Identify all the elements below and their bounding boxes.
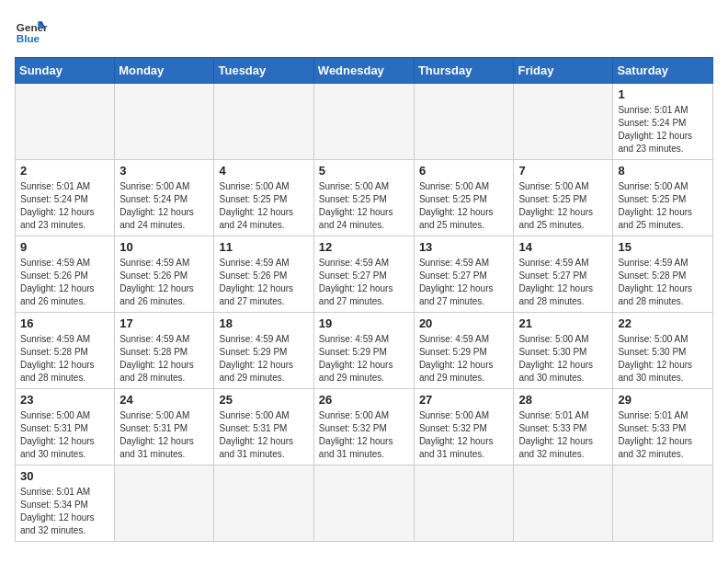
day-info: Sunrise: 4:59 AM Sunset: 5:27 PM Dayligh… <box>518 257 608 308</box>
day-info: Sunrise: 5:00 AM Sunset: 5:24 PM Dayligh… <box>119 180 209 232</box>
calendar-cell: 29Sunrise: 5:01 AM Sunset: 5:33 PM Dayli… <box>613 389 713 465</box>
day-number: 9 <box>20 240 109 254</box>
calendar-weekday-sunday: Sunday <box>16 58 115 84</box>
day-number: 4 <box>219 164 308 178</box>
day-info: Sunrise: 5:01 AM Sunset: 5:24 PM Dayligh… <box>618 104 708 155</box>
day-info: Sunrise: 4:59 AM Sunset: 5:27 PM Dayligh… <box>419 257 509 308</box>
day-number: 21 <box>518 316 608 330</box>
day-info: Sunrise: 5:00 AM Sunset: 5:30 PM Dayligh… <box>518 333 608 385</box>
day-number: 2 <box>20 164 109 178</box>
calendar-cell: 8Sunrise: 5:00 AM Sunset: 5:25 PM Daylig… <box>613 160 713 236</box>
day-info: Sunrise: 5:00 AM Sunset: 5:31 PM Dayligh… <box>219 409 308 461</box>
day-info: Sunrise: 5:00 AM Sunset: 5:31 PM Dayligh… <box>119 409 209 461</box>
calendar-cell: 19Sunrise: 4:59 AM Sunset: 5:29 PM Dayli… <box>313 313 414 389</box>
page-header: General Blue <box>15 15 713 48</box>
day-info: Sunrise: 4:59 AM Sunset: 5:29 PM Dayligh… <box>219 333 308 385</box>
day-info: Sunrise: 5:00 AM Sunset: 5:25 PM Dayligh… <box>319 180 409 232</box>
day-info: Sunrise: 5:00 AM Sunset: 5:30 PM Dayligh… <box>618 333 708 385</box>
day-number: 7 <box>518 164 608 178</box>
day-number: 15 <box>618 240 708 254</box>
calendar-weekday-monday: Monday <box>115 58 214 84</box>
calendar-cell: 1Sunrise: 5:01 AM Sunset: 5:24 PM Daylig… <box>613 84 713 160</box>
day-info: Sunrise: 5:00 AM Sunset: 5:25 PM Dayligh… <box>518 180 608 232</box>
calendar-cell: 23Sunrise: 5:00 AM Sunset: 5:31 PM Dayli… <box>16 389 115 465</box>
day-number: 13 <box>419 240 509 254</box>
calendar-table: SundayMondayTuesdayWednesdayThursdayFrid… <box>15 57 713 542</box>
calendar-weekday-friday: Friday <box>514 58 613 84</box>
calendar-week-row: 2Sunrise: 5:01 AM Sunset: 5:24 PM Daylig… <box>16 160 713 236</box>
day-number: 19 <box>319 316 409 330</box>
calendar-cell: 7Sunrise: 5:00 AM Sunset: 5:25 PM Daylig… <box>514 160 613 236</box>
day-info: Sunrise: 5:00 AM Sunset: 5:32 PM Dayligh… <box>319 409 409 461</box>
day-info: Sunrise: 4:59 AM Sunset: 5:26 PM Dayligh… <box>20 257 109 308</box>
calendar-week-row: 1Sunrise: 5:01 AM Sunset: 5:24 PM Daylig… <box>16 84 713 160</box>
day-info: Sunrise: 5:00 AM Sunset: 5:25 PM Dayligh… <box>219 180 308 232</box>
calendar-week-row: 9Sunrise: 4:59 AM Sunset: 5:26 PM Daylig… <box>16 236 713 313</box>
calendar-cell <box>115 84 214 160</box>
day-number: 28 <box>518 393 608 407</box>
calendar-cell <box>16 84 115 160</box>
day-number: 16 <box>20 316 109 330</box>
day-info: Sunrise: 4:59 AM Sunset: 5:27 PM Dayligh… <box>319 257 409 308</box>
calendar-cell: 2Sunrise: 5:01 AM Sunset: 5:24 PM Daylig… <box>16 160 115 236</box>
day-number: 27 <box>419 393 509 407</box>
day-info: Sunrise: 4:59 AM Sunset: 5:29 PM Dayligh… <box>419 333 509 385</box>
calendar-cell: 20Sunrise: 4:59 AM Sunset: 5:29 PM Dayli… <box>414 313 514 389</box>
day-number: 5 <box>319 164 409 178</box>
day-info: Sunrise: 5:01 AM Sunset: 5:33 PM Dayligh… <box>618 409 708 461</box>
day-number: 17 <box>119 316 209 330</box>
calendar-cell: 27Sunrise: 5:00 AM Sunset: 5:32 PM Dayli… <box>414 389 514 465</box>
calendar-cell: 26Sunrise: 5:00 AM Sunset: 5:32 PM Dayli… <box>313 389 414 465</box>
calendar-header-row: SundayMondayTuesdayWednesdayThursdayFrid… <box>16 58 713 84</box>
calendar-weekday-thursday: Thursday <box>414 58 514 84</box>
day-number: 25 <box>219 393 308 407</box>
day-number: 14 <box>518 240 608 254</box>
day-info: Sunrise: 5:00 AM Sunset: 5:25 PM Dayligh… <box>618 180 708 232</box>
day-number: 6 <box>419 164 509 178</box>
svg-text:Blue: Blue <box>17 32 40 44</box>
day-number: 26 <box>319 393 409 407</box>
day-number: 22 <box>618 316 708 330</box>
calendar-cell: 25Sunrise: 5:00 AM Sunset: 5:31 PM Dayli… <box>214 389 313 465</box>
calendar-cell: 21Sunrise: 5:00 AM Sunset: 5:30 PM Dayli… <box>514 313 613 389</box>
day-info: Sunrise: 5:00 AM Sunset: 5:31 PM Dayligh… <box>20 409 109 461</box>
calendar-cell: 17Sunrise: 4:59 AM Sunset: 5:28 PM Dayli… <box>115 313 214 389</box>
calendar-cell <box>414 465 514 542</box>
day-number: 30 <box>20 469 109 483</box>
day-number: 24 <box>119 393 209 407</box>
calendar-cell: 9Sunrise: 4:59 AM Sunset: 5:26 PM Daylig… <box>16 236 115 313</box>
day-info: Sunrise: 5:01 AM Sunset: 5:34 PM Dayligh… <box>20 486 109 537</box>
day-info: Sunrise: 5:00 AM Sunset: 5:25 PM Dayligh… <box>419 180 509 232</box>
calendar-cell: 10Sunrise: 4:59 AM Sunset: 5:26 PM Dayli… <box>115 236 214 313</box>
calendar-weekday-tuesday: Tuesday <box>214 58 313 84</box>
calendar-cell: 16Sunrise: 4:59 AM Sunset: 5:28 PM Dayli… <box>16 313 115 389</box>
day-info: Sunrise: 4:59 AM Sunset: 5:28 PM Dayligh… <box>119 333 209 385</box>
day-info: Sunrise: 4:59 AM Sunset: 5:26 PM Dayligh… <box>219 257 308 308</box>
calendar-cell: 5Sunrise: 5:00 AM Sunset: 5:25 PM Daylig… <box>313 160 414 236</box>
day-number: 3 <box>119 164 209 178</box>
day-number: 12 <box>319 240 409 254</box>
day-info: Sunrise: 4:59 AM Sunset: 5:29 PM Dayligh… <box>319 333 409 385</box>
calendar-cell <box>313 465 414 542</box>
calendar-cell <box>414 84 514 160</box>
calendar-cell: 4Sunrise: 5:00 AM Sunset: 5:25 PM Daylig… <box>214 160 313 236</box>
calendar-cell: 22Sunrise: 5:00 AM Sunset: 5:30 PM Dayli… <box>613 313 713 389</box>
calendar-cell: 30Sunrise: 5:01 AM Sunset: 5:34 PM Dayli… <box>16 465 115 542</box>
calendar-cell: 28Sunrise: 5:01 AM Sunset: 5:33 PM Dayli… <box>514 389 613 465</box>
calendar-cell: 15Sunrise: 4:59 AM Sunset: 5:28 PM Dayli… <box>613 236 713 313</box>
calendar-cell: 24Sunrise: 5:00 AM Sunset: 5:31 PM Dayli… <box>115 389 214 465</box>
logo: General Blue <box>15 15 48 48</box>
calendar-weekday-saturday: Saturday <box>613 58 713 84</box>
calendar-cell: 18Sunrise: 4:59 AM Sunset: 5:29 PM Dayli… <box>214 313 313 389</box>
day-info: Sunrise: 5:01 AM Sunset: 5:24 PM Dayligh… <box>20 180 109 232</box>
day-info: Sunrise: 4:59 AM Sunset: 5:28 PM Dayligh… <box>618 257 708 308</box>
calendar-week-row: 23Sunrise: 5:00 AM Sunset: 5:31 PM Dayli… <box>16 389 713 465</box>
day-number: 29 <box>618 393 708 407</box>
calendar-cell: 11Sunrise: 4:59 AM Sunset: 5:26 PM Dayli… <box>214 236 313 313</box>
calendar-week-row: 16Sunrise: 4:59 AM Sunset: 5:28 PM Dayli… <box>16 313 713 389</box>
calendar-cell <box>313 84 414 160</box>
calendar-cell: 3Sunrise: 5:00 AM Sunset: 5:24 PM Daylig… <box>115 160 214 236</box>
day-info: Sunrise: 5:01 AM Sunset: 5:33 PM Dayligh… <box>518 409 608 461</box>
day-number: 23 <box>20 393 109 407</box>
calendar-cell <box>214 465 313 542</box>
